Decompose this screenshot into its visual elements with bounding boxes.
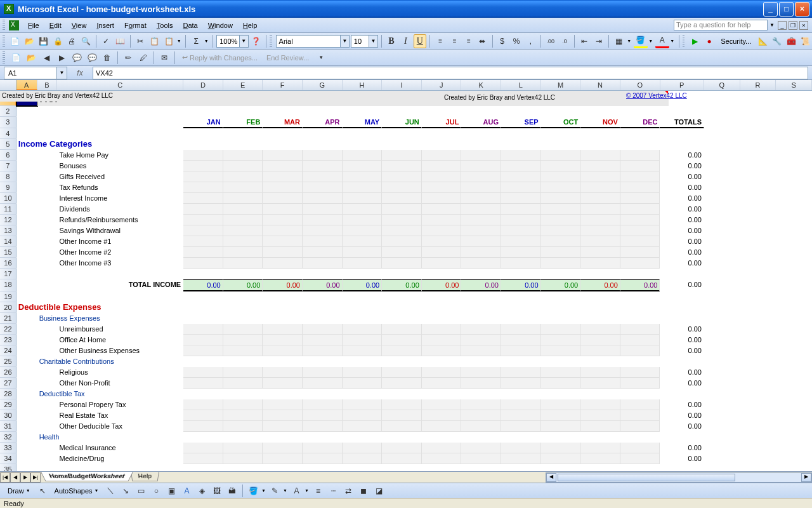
cell[interactable] <box>37 269 58 279</box>
cell[interactable] <box>501 215 541 225</box>
cell[interactable] <box>263 128 303 139</box>
cell[interactable] <box>422 269 462 279</box>
cell[interactable] <box>580 324 620 335</box>
cell[interactable]: 0.00 <box>660 171 704 182</box>
clipart-icon[interactable]: 🖼 <box>210 484 224 498</box>
cell[interactable] <box>501 171 541 182</box>
cell[interactable] <box>223 204 263 215</box>
cell[interactable] <box>37 247 58 258</box>
cell[interactable] <box>461 247 501 258</box>
cell[interactable] <box>541 453 581 464</box>
cell[interactable] <box>37 410 58 421</box>
cell[interactable] <box>660 356 705 367</box>
cell[interactable] <box>223 128 263 139</box>
doc-close-button[interactable]: × <box>799 21 808 30</box>
row-header[interactable]: 8 <box>0 171 16 182</box>
cell[interactable] <box>776 421 812 432</box>
cell[interactable] <box>704 117 740 128</box>
cell[interactable] <box>422 443 462 453</box>
dash-style-icon[interactable]: ┄ <box>326 484 340 498</box>
cell[interactable] <box>669 91 705 106</box>
cell[interactable] <box>263 367 303 378</box>
cell[interactable] <box>16 161 37 171</box>
cell[interactable] <box>382 410 422 421</box>
cell[interactable] <box>303 225 343 236</box>
cell[interactable] <box>422 378 462 389</box>
play-macro-icon[interactable]: ▶ <box>688 34 701 48</box>
row-header[interactable]: 13 <box>0 225 16 236</box>
row-header[interactable]: 19 <box>0 291 16 302</box>
row-header[interactable]: 12 <box>0 215 16 225</box>
cell[interactable] <box>776 324 812 335</box>
cell[interactable] <box>620 236 660 247</box>
cell[interactable] <box>16 324 37 335</box>
cell[interactable] <box>183 356 223 367</box>
cell[interactable] <box>183 269 223 279</box>
design-mode-icon[interactable]: 🔧 <box>771 34 783 48</box>
cell[interactable] <box>541 302 581 313</box>
cell[interactable] <box>343 204 383 215</box>
cell[interactable] <box>58 356 184 367</box>
cell[interactable] <box>501 225 541 236</box>
menu-help[interactable]: Help <box>238 20 263 31</box>
cell[interactable] <box>303 215 343 225</box>
cell[interactable] <box>541 182 581 193</box>
help-dropdown-icon[interactable]: ▼ <box>769 22 776 28</box>
cell[interactable] <box>58 139 184 150</box>
cell[interactable] <box>580 432 620 443</box>
cell[interactable] <box>37 378 58 389</box>
cell[interactable] <box>776 150 812 161</box>
cell[interactable] <box>461 258 501 269</box>
cell[interactable]: Other Business Expenses <box>57 345 183 356</box>
cell[interactable] <box>620 258 660 269</box>
cell[interactable]: 0.00 <box>660 150 704 161</box>
cell[interactable] <box>776 236 812 247</box>
cell[interactable]: 0.00 <box>660 399 704 410</box>
cell[interactable] <box>37 421 58 432</box>
font-color-button[interactable]: A▼ <box>655 34 676 48</box>
cell[interactable] <box>37 291 58 302</box>
cell[interactable] <box>263 258 303 269</box>
cell[interactable]: 0.00 <box>263 279 303 291</box>
cell[interactable] <box>620 389 660 399</box>
cell[interactable] <box>776 106 812 117</box>
cell[interactable] <box>620 171 660 182</box>
cell[interactable] <box>382 128 422 139</box>
cell[interactable] <box>223 269 263 279</box>
cell[interactable]: 0.00 <box>343 279 383 291</box>
row-header[interactable]: 17 <box>0 269 16 279</box>
rectangle-icon[interactable]: ▭ <box>134 484 148 498</box>
row-header[interactable]: 29 <box>0 399 16 410</box>
tab-prev-button[interactable]: ◀ <box>10 472 20 483</box>
cut-icon[interactable]: ✂ <box>134 34 147 48</box>
cell[interactable] <box>422 161 462 171</box>
cell[interactable] <box>580 128 620 139</box>
cell[interactable] <box>541 128 581 139</box>
cell[interactable] <box>422 204 462 215</box>
cell[interactable] <box>183 410 223 421</box>
decrease-indent-button[interactable]: ⇤ <box>578 34 591 48</box>
cell[interactable] <box>263 324 303 335</box>
cell[interactable] <box>183 399 223 410</box>
grip-icon[interactable] <box>3 20 5 31</box>
cell[interactable] <box>541 139 581 150</box>
cell[interactable] <box>776 215 812 225</box>
cell[interactable]: 0.00 <box>382 279 422 291</box>
menu-view[interactable]: View <box>67 20 92 31</box>
cell[interactable] <box>501 193 541 204</box>
cell[interactable]: 0.00 <box>660 410 704 421</box>
percent-button[interactable]: % <box>510 34 523 48</box>
cell[interactable] <box>541 345 581 356</box>
cell[interactable] <box>382 443 422 453</box>
prev-comment-icon[interactable]: ◀ <box>39 51 53 65</box>
cell[interactable] <box>183 106 223 117</box>
cell[interactable] <box>501 410 541 421</box>
cell[interactable] <box>580 421 620 432</box>
cell[interactable] <box>382 204 422 215</box>
row-header[interactable]: 24 <box>0 345 16 356</box>
cell[interactable] <box>422 225 462 236</box>
cell[interactable] <box>263 150 303 161</box>
cell[interactable]: Refunds/Reinbursements <box>57 215 183 225</box>
grip-icon[interactable] <box>683 35 685 48</box>
zoom-combo[interactable]: 100%▼ <box>216 35 248 48</box>
